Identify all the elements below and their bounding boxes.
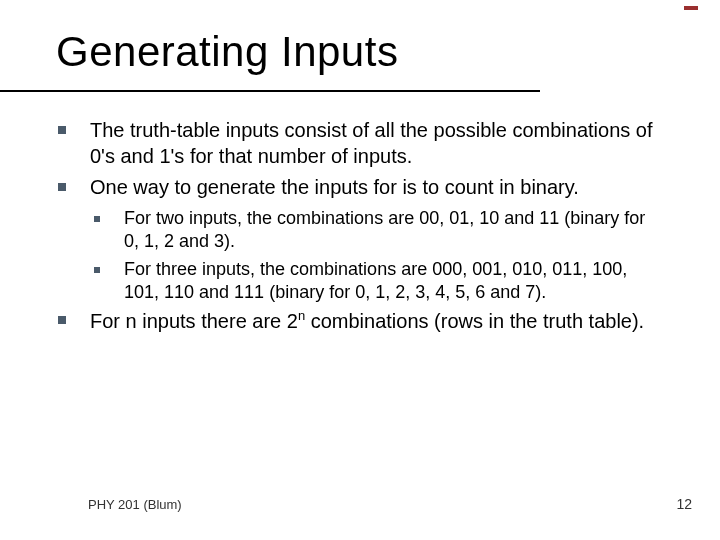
bullet-square-icon — [58, 308, 90, 334]
list-item: For n inputs there are 2n combinations (… — [58, 308, 658, 334]
title-underline — [0, 90, 540, 92]
slide-body: The truth-table inputs consist of all th… — [58, 118, 658, 341]
list-item-text: One way to generate the inputs for is to… — [90, 175, 658, 201]
corner-accent — [684, 6, 698, 10]
list-item-text: For n inputs there are 2n combinations (… — [90, 308, 658, 334]
footer-left: PHY 201 (Blum) — [88, 497, 182, 512]
list-item-text: The truth-table inputs consist of all th… — [90, 118, 658, 169]
list-item: One way to generate the inputs for is to… — [58, 175, 658, 201]
list-item: The truth-table inputs consist of all th… — [58, 118, 658, 169]
slide-title: Generating Inputs — [56, 28, 398, 76]
bullet-square-icon — [94, 207, 124, 254]
page-number: 12 — [676, 496, 692, 512]
slide: Generating Inputs The truth-table inputs… — [0, 0, 720, 540]
bullet-square-icon — [94, 258, 124, 305]
sublist-item-text: For two inputs, the combinations are 00,… — [124, 207, 658, 254]
bullet-square-icon — [58, 175, 90, 201]
sublist: For two inputs, the combinations are 00,… — [94, 207, 658, 305]
text-post: combinations (rows in the truth table). — [305, 310, 644, 332]
bullet-square-icon — [58, 118, 90, 169]
sublist-item: For two inputs, the combinations are 00,… — [94, 207, 658, 254]
sublist-item-text: For three inputs, the combinations are 0… — [124, 258, 658, 305]
text-pre: For n inputs there are 2 — [90, 310, 298, 332]
sublist-item: For three inputs, the combinations are 0… — [94, 258, 658, 305]
